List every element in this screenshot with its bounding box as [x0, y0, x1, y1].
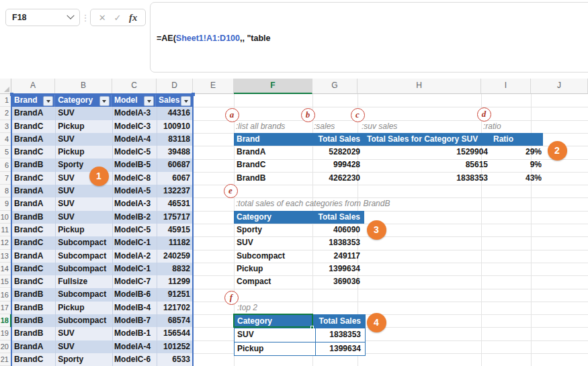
row-header-12[interactable]: 12	[0, 236, 11, 249]
row-header-11[interactable]: 11	[0, 224, 11, 236]
cell[interactable]: 9%	[492, 158, 546, 171]
row-header-15[interactable]: 15	[0, 275, 11, 288]
cell[interactable]: 249117	[315, 250, 364, 263]
row-header-4[interactable]: 4	[0, 133, 11, 146]
cell[interactable]: BrandA	[234, 146, 315, 158]
cell[interactable]: 999428	[315, 158, 364, 171]
annotation-letter-e: e	[224, 184, 238, 198]
table-row[interactable]: SUV1838353	[235, 328, 365, 341]
column-header-B[interactable]: B	[55, 79, 112, 94]
cell[interactable]: 1838353	[316, 328, 365, 341]
row-header-8[interactable]: 8	[0, 185, 11, 197]
column-header-label[interactable]: Ratio	[491, 133, 543, 146]
column-header-label[interactable]: Total Sales	[316, 315, 365, 328]
cell[interactable]: 1399634	[315, 263, 364, 275]
cell[interactable]: SUV	[235, 328, 316, 341]
row-header-9[interactable]: 9	[0, 197, 11, 210]
cell[interactable]: 85615	[364, 158, 492, 171]
row-header-20[interactable]: 20	[0, 340, 11, 353]
active-row-indicator	[10, 314, 11, 327]
column-header-H[interactable]: H	[358, 79, 481, 94]
row-header-10[interactable]: 10	[0, 211, 11, 224]
column-header-label[interactable]: Total Sales	[315, 133, 364, 146]
name-box-value: F18	[12, 13, 27, 22]
table-row[interactable]: Subcompact249117	[234, 250, 364, 263]
table-row[interactable]: Compact369036	[234, 275, 364, 288]
cell[interactable]: 369036	[315, 275, 364, 288]
cell[interactable]: Subcompact	[234, 250, 315, 263]
row-header-2[interactable]: 2	[0, 107, 11, 120]
annotation-step-1: 1	[89, 167, 109, 186]
table-row[interactable]: Pickup1399634	[235, 342, 365, 355]
cell[interactable]: Pickup	[234, 263, 315, 275]
annotation-step-3: 3	[367, 220, 386, 240]
row-header-17[interactable]: 17	[0, 302, 11, 314]
column-header-label[interactable]: Category	[234, 211, 315, 224]
cell[interactable]: 406090	[315, 224, 364, 236]
cancel-icon[interactable]: ✕	[99, 13, 106, 22]
prompt-note: :total sales of each categories from Bra…	[236, 197, 390, 210]
cell[interactable]: Pickup	[235, 342, 316, 355]
annotation-letter-f: f	[224, 291, 239, 305]
row-header-7[interactable]: 7	[0, 172, 11, 185]
column-header-C[interactable]: C	[112, 79, 157, 94]
cell[interactable]: Sporty	[234, 224, 315, 236]
row-header-21[interactable]: 21	[0, 353, 11, 366]
row-header-3[interactable]: 3	[0, 120, 11, 133]
column-header-label[interactable]: Brand	[234, 133, 315, 146]
cell[interactable]: 5282029	[315, 146, 364, 158]
column-header-J[interactable]: J	[531, 79, 588, 94]
cell[interactable]: Compact	[234, 275, 315, 288]
annotation-letter-a: a	[225, 108, 239, 122]
cell[interactable]: 4262230	[315, 172, 364, 185]
select-all-triangle-icon	[4, 87, 9, 92]
prompt-note: :suv sales	[362, 120, 397, 133]
chevron-down-icon[interactable]	[67, 12, 74, 19]
formula-lines: | where [Brand] = 'BrandB'| summarize su…	[157, 71, 588, 73]
row-header-6[interactable]: 6	[0, 159, 11, 172]
name-box[interactable]: F18	[5, 9, 80, 26]
column-header-label[interactable]: Total Sales for Category SUV	[364, 133, 491, 146]
row-header-19[interactable]: 19	[0, 327, 11, 340]
column-header-D[interactable]: D	[157, 79, 193, 94]
cell[interactable]: BrandC	[234, 158, 315, 171]
row-header-13[interactable]: 13	[0, 250, 11, 263]
row-header-1[interactable]: 1	[0, 94, 11, 107]
cell[interactable]: 1838353	[364, 172, 492, 185]
cell[interactable]: 1838353	[315, 236, 364, 249]
row-header-16[interactable]: 16	[0, 289, 11, 302]
table-row[interactable]: Pickup1399634	[234, 263, 364, 275]
cell[interactable]: 29%	[492, 146, 546, 158]
table-row[interactable]: BrandA5282029152990429%	[234, 146, 546, 158]
column-header-I[interactable]: I	[481, 79, 531, 94]
table-row[interactable]: BrandC999428856159%	[234, 158, 546, 171]
row-header-14[interactable]: 14	[0, 263, 11, 275]
annotation-step-2: 2	[548, 141, 567, 161]
column-header-E[interactable]: E	[193, 79, 234, 94]
table-row[interactable]: SUV1838353	[234, 236, 364, 249]
column-header-F[interactable]: F	[234, 79, 312, 94]
formula-input[interactable]: =AE(Sheet1!A1:D100,, "table | where [Bra…	[150, 2, 588, 73]
category-summary-table: CategoryTotal SalesSporty406090SUV183835…	[234, 211, 364, 289]
cell[interactable]: 43%	[492, 172, 546, 185]
cell[interactable]: SUV	[234, 236, 315, 249]
annotation-letter-d: d	[477, 107, 491, 122]
column-header-A[interactable]: A	[11, 79, 55, 94]
cell[interactable]: 1399634	[316, 342, 365, 355]
table-row[interactable]: BrandB4262230183835343%	[234, 172, 546, 185]
fill-handle[interactable]	[310, 326, 314, 329]
cell[interactable]: BrandB	[234, 172, 315, 185]
formula-buttons: ✕ ✓ fx	[90, 9, 146, 26]
table-row[interactable]: Sporty406090	[234, 224, 364, 236]
category-summary-table-header-row: CategoryTotal Sales	[234, 211, 364, 224]
cell[interactable]: 1529904	[364, 146, 492, 158]
column-header-G[interactable]: G	[312, 79, 358, 94]
annotation-letter-b: b	[301, 108, 315, 122]
prompt-note: :top 2	[237, 302, 257, 314]
formula-bar-splitter[interactable]: ⋮	[81, 9, 89, 26]
enter-icon[interactable]: ✓	[114, 13, 121, 22]
insert-function-icon[interactable]: fx	[129, 12, 137, 24]
prompt-note: :ratio	[483, 120, 501, 133]
row-header-5[interactable]: 5	[0, 146, 11, 158]
column-header-label[interactable]: Total Sales	[315, 211, 364, 224]
